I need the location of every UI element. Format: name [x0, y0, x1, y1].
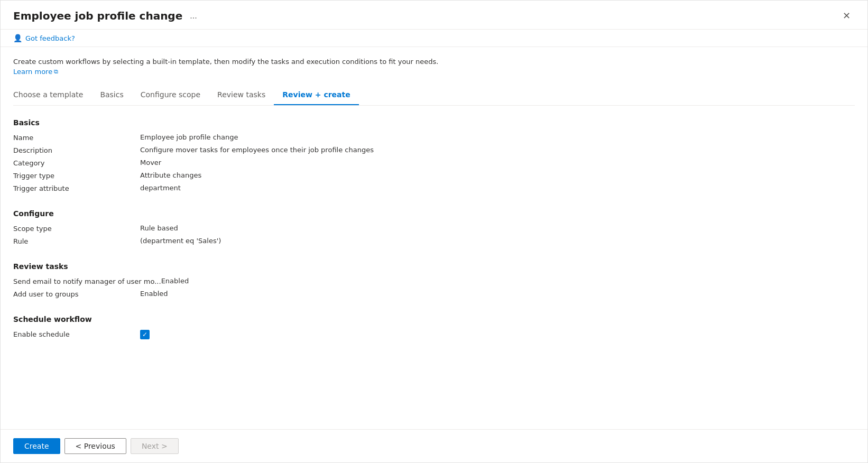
tab-configure-scope[interactable]: Configure scope: [132, 86, 209, 105]
dialog-footer: Create < Previous Next >: [1, 429, 867, 462]
field-trigger-type-label: Trigger type: [13, 171, 140, 180]
checkbox-checkmark: ✓: [142, 331, 147, 338]
field-name: Name Employee job profile change: [13, 133, 855, 142]
review-tasks-section-title: Review tasks: [13, 262, 855, 271]
tabs-navigation: Choose a template Basics Configure scope…: [13, 86, 855, 106]
create-button[interactable]: Create: [13, 438, 60, 454]
field-category-value: Mover: [140, 159, 161, 166]
field-scope-type: Scope type Rule based: [13, 224, 855, 233]
field-name-value: Employee job profile change: [140, 133, 238, 141]
field-trigger-attribute-value: department: [140, 184, 181, 192]
field-category: Category Mover: [13, 159, 855, 167]
more-options-button[interactable]: ...: [187, 10, 200, 22]
field-rule-value: (department eq 'Sales'): [140, 237, 221, 245]
field-send-email-value: Enabled: [161, 277, 189, 285]
enable-schedule-checkbox-container: ✓: [140, 330, 150, 339]
field-description-value: Configure mover tasks for employees once…: [140, 146, 374, 154]
field-description: Description Configure mover tasks for em…: [13, 146, 855, 154]
field-send-email: Send email to notify manager of user mo.…: [13, 277, 855, 285]
field-enable-schedule-label: Enable schedule: [13, 330, 140, 338]
basics-section: Basics Name Employee job profile change …: [13, 118, 855, 197]
feedback-link[interactable]: Got feedback?: [25, 34, 75, 42]
configure-section: Configure Scope type Rule based Rule (de…: [13, 209, 855, 249]
external-link-icon: ⧉: [54, 68, 58, 75]
field-send-email-label: Send email to notify manager of user mo.…: [13, 277, 161, 285]
schedule-workflow-section: Schedule workflow Enable schedule ✓: [13, 315, 855, 344]
field-description-label: Description: [13, 146, 140, 154]
dialog-body: Create custom workflows by selecting a b…: [1, 47, 867, 429]
previous-button[interactable]: < Previous: [64, 438, 126, 454]
configure-section-title: Configure: [13, 209, 855, 218]
field-rule-label: Rule: [13, 237, 140, 245]
field-trigger-attribute: Trigger attribute department: [13, 184, 855, 192]
tab-review-tasks[interactable]: Review tasks: [209, 86, 274, 105]
close-button[interactable]: ✕: [838, 9, 855, 23]
learn-more-link[interactable]: Learn more ⧉: [13, 68, 855, 76]
dialog-title: Employee job profile change: [13, 10, 182, 22]
field-enable-schedule: Enable schedule ✓: [13, 330, 855, 339]
enable-schedule-checkbox[interactable]: ✓: [140, 330, 150, 339]
intro-description: Create custom workflows by selecting a b…: [13, 58, 855, 66]
field-scope-type-label: Scope type: [13, 224, 140, 233]
field-rule: Rule (department eq 'Sales'): [13, 237, 855, 245]
basics-section-title: Basics: [13, 118, 855, 127]
field-add-user-groups: Add user to groups Enabled: [13, 290, 855, 298]
feedback-icon: 👤: [13, 34, 22, 42]
review-tasks-section: Review tasks Send email to notify manage…: [13, 262, 855, 302]
next-button: Next >: [131, 438, 179, 454]
field-category-label: Category: [13, 159, 140, 167]
schedule-workflow-section-title: Schedule workflow: [13, 315, 855, 323]
field-trigger-attribute-label: Trigger attribute: [13, 184, 140, 192]
field-add-user-groups-label: Add user to groups: [13, 290, 140, 298]
tab-review-create[interactable]: Review + create: [274, 86, 358, 105]
field-name-label: Name: [13, 133, 140, 142]
field-scope-type-value: Rule based: [140, 224, 178, 232]
field-trigger-type: Trigger type Attribute changes: [13, 171, 855, 180]
tab-basics[interactable]: Basics: [91, 86, 132, 105]
field-trigger-type-value: Attribute changes: [140, 171, 201, 179]
field-add-user-groups-value: Enabled: [140, 290, 168, 298]
tab-choose-template[interactable]: Choose a template: [13, 86, 91, 105]
